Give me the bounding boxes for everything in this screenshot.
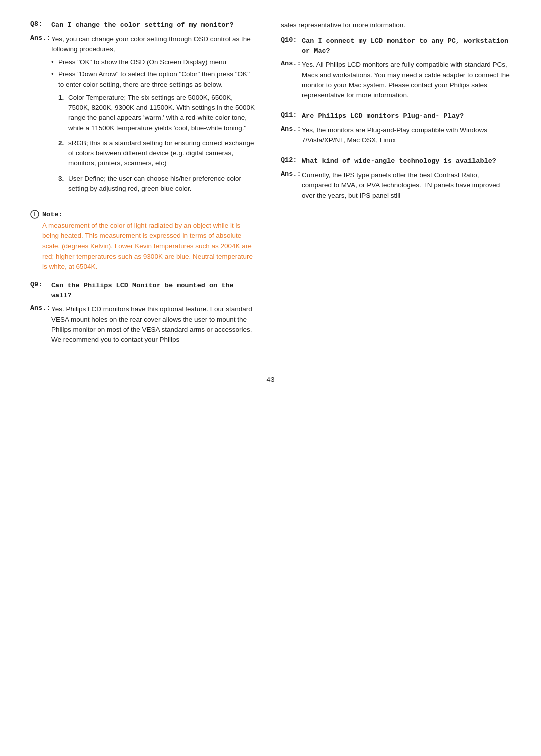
numbered-item: Color Temperature; The six settings are … xyxy=(58,93,255,133)
q8-label: Q8: xyxy=(30,20,51,28)
intro-text: sales representative for more informatio… xyxy=(281,20,511,30)
note-label: Note: xyxy=(42,211,63,218)
a10-text: Yes. All Philips LCD monitors are fully … xyxy=(302,60,511,100)
qa-block-q9: Q9: Can the Philips LCD Monitor be mount… xyxy=(30,281,255,345)
a12-label: Ans.: xyxy=(281,170,302,178)
q9-label: Q9: xyxy=(30,281,51,288)
question-q10: Q10: Can I connect my LCD monitor to any… xyxy=(281,36,511,56)
a11-label: Ans.: xyxy=(281,125,302,133)
a9-label: Ans.: xyxy=(30,304,51,312)
note-header: i Note: xyxy=(30,210,255,219)
a8-bullets: Press "OK" to show the OSD (On Screen Di… xyxy=(51,57,255,90)
answer-q12: Ans.: Currently, the IPS type panels off… xyxy=(281,170,511,201)
q10-label: Q10: xyxy=(281,36,302,44)
page-container: Q8: Can I change the color setting of my… xyxy=(30,20,511,356)
a10-label: Ans.: xyxy=(281,60,302,67)
q11-text: Are Philips LCD monitors Plug-and- Play? xyxy=(302,111,464,121)
answer-q8: Ans.: Yes, you can change your color set… xyxy=(30,34,255,199)
bullet-item: Press "Down Arrow" to select the option … xyxy=(51,69,255,90)
bullet-item: Press "OK" to show the OSD (On Screen Di… xyxy=(51,57,255,67)
answer-q10: Ans.: Yes. All Philips LCD monitors are … xyxy=(281,60,511,100)
q9-text: Can the Philips LCD Monitor be mounted o… xyxy=(51,281,255,300)
page-number: 43 xyxy=(30,376,511,383)
numbered-item: User Define; the user can choose his/her… xyxy=(58,174,255,194)
q12-label: Q12: xyxy=(281,156,302,164)
note-text: A measurement of the color of light radi… xyxy=(30,221,255,272)
a11-text: Yes, the monitors are Plug-and-Play comp… xyxy=(302,125,511,146)
qa-block-q8: Q8: Can I change the color setting of my… xyxy=(30,20,255,199)
note-icon: i xyxy=(30,210,39,219)
q11-label: Q11: xyxy=(281,111,302,119)
a8-intro: Yes, you can change your color setting t… xyxy=(51,35,251,53)
q10-text: Can I connect my LCD monitor to any PC, … xyxy=(302,36,511,56)
left-column: Q8: Can I change the color setting of my… xyxy=(30,20,270,356)
question-q12: Q12: What kind of wide-angle technology … xyxy=(281,156,511,166)
a8-text: Yes, you can change your color setting t… xyxy=(51,34,255,199)
q8-text: Can I change the color setting of my mon… xyxy=(51,20,234,30)
a9-text: Yes. Philips LCD monitors have this opti… xyxy=(51,304,255,345)
question-q8: Q8: Can I change the color setting of my… xyxy=(30,20,255,30)
note-block: i Note: A measurement of the color of li… xyxy=(30,210,255,272)
q12-text: What kind of wide-angle technology is av… xyxy=(302,156,496,166)
question-q9: Q9: Can the Philips LCD Monitor be mount… xyxy=(30,281,255,300)
qa-block-q11: Q11: Are Philips LCD monitors Plug-and- … xyxy=(281,111,511,145)
numbered-item: sRGB; this is a standard setting for ens… xyxy=(58,138,255,169)
question-q11: Q11: Are Philips LCD monitors Plug-and- … xyxy=(281,111,511,121)
answer-q9: Ans.: Yes. Philips LCD monitors have thi… xyxy=(30,304,255,345)
a8-numbered: Color Temperature; The six settings are … xyxy=(58,93,255,194)
a12-text: Currently, the IPS type panels offer the… xyxy=(302,170,511,201)
right-column: sales representative for more informatio… xyxy=(270,20,511,356)
a8-label: Ans.: xyxy=(30,34,51,42)
svg-text:i: i xyxy=(34,211,35,217)
qa-block-q12: Q12: What kind of wide-angle technology … xyxy=(281,156,511,200)
qa-block-q10: Q10: Can I connect my LCD monitor to any… xyxy=(281,36,511,100)
answer-q11: Ans.: Yes, the monitors are Plug-and-Pla… xyxy=(281,125,511,146)
